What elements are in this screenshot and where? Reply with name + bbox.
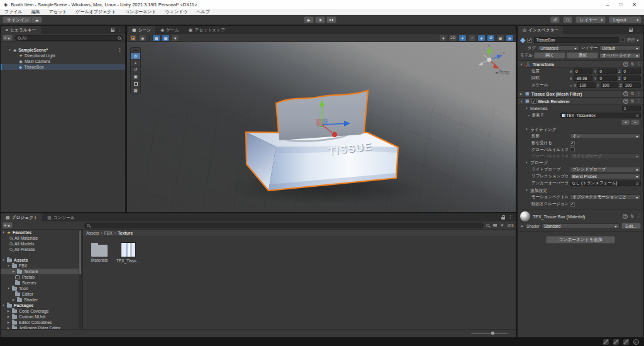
folder-prefab[interactable]: Prefab xyxy=(1,274,82,280)
drag-handle-icon[interactable]: = xyxy=(528,114,530,118)
panel-menu-icon[interactable]: ⋮ xyxy=(636,27,640,32)
motion-vectors-dropdown[interactable]: オブジェクトモーションごと xyxy=(570,194,641,200)
progress-ok-icon[interactable]: ✓ xyxy=(633,339,639,345)
object-name-field[interactable]: TissueBox xyxy=(534,37,619,43)
help-icon[interactable]: ? xyxy=(623,214,628,219)
shader-edit-button[interactable]: Edit... xyxy=(621,223,641,229)
folder-toon[interactable]: ▼Toon xyxy=(1,286,82,291)
snap-toggle-dropdown[interactable]: ∩ xyxy=(171,35,179,42)
reflection-probes-dropdown[interactable]: Blend Probes xyxy=(570,174,641,179)
foldout-open-icon[interactable]: ▼ xyxy=(8,48,11,52)
panel-menu-icon[interactable]: ⋮ xyxy=(508,215,513,220)
camera-settings-dropdown[interactable]: ▣ xyxy=(496,35,504,42)
position-y-field[interactable]: 0 xyxy=(597,69,616,74)
lock-icon[interactable] xyxy=(501,217,505,220)
search-by-label-icon[interactable] xyxy=(492,224,497,227)
cast-shadows-dropdown[interactable]: オン xyxy=(570,133,641,139)
rotation-y-field[interactable]: 0 xyxy=(597,75,616,81)
lock-icon[interactable] xyxy=(111,30,114,32)
minimize-button[interactable]: – xyxy=(606,2,609,8)
hierarchy-item-directional-light[interactable]: ☀ Directional Light xyxy=(1,53,125,59)
mute-messages-icon[interactable] xyxy=(603,339,609,345)
folder-editor[interactable]: Editor xyxy=(1,291,82,297)
object-picker-icon[interactable]: ⊙ xyxy=(636,113,639,118)
layers-dropdown[interactable]: レイヤー xyxy=(575,16,606,23)
foldout-open-icon[interactable]: ▼ xyxy=(520,100,523,103)
assets-root[interactable]: ▼Assets xyxy=(1,257,82,263)
lighting-foldout[interactable]: ▼ ライティング xyxy=(518,126,643,133)
global-search-button[interactable] xyxy=(563,16,572,23)
position-z-field[interactable]: 0 xyxy=(622,69,641,74)
menu-edit[interactable]: 編集 xyxy=(31,9,40,15)
position-x-field[interactable]: 0 xyxy=(574,69,592,74)
2d-toggle-button[interactable]: 2D xyxy=(448,35,457,42)
hierarchy-item-tissuebox[interactable]: ◆ TissueBox xyxy=(1,64,125,70)
sign-in-button[interactable]: サインイン xyxy=(3,16,33,23)
favorites-star-icon[interactable]: ★ xyxy=(500,223,504,228)
mesh-filter-header[interactable]: ▶ ▦ Tissue Box (Mesh Filter) ? ⇅ ⋮ xyxy=(518,90,643,98)
search-by-type-icon[interactable] xyxy=(486,224,489,227)
material-foldout-icon[interactable]: ▶ xyxy=(521,225,525,228)
favorite-all-models[interactable]: All Models xyxy=(1,241,82,247)
scale-y-field[interactable]: 100 xyxy=(601,82,618,88)
light-probes-dropdown[interactable]: ブレンドプローブ xyxy=(570,167,641,172)
rect-tool-button[interactable] xyxy=(131,80,140,87)
scene-viewport[interactable]: TISSUE TISSUE xyxy=(127,42,516,212)
context-menu-icon[interactable]: ⋮ xyxy=(637,62,641,67)
close-button[interactable]: ✕ xyxy=(632,2,636,8)
model-open-button[interactable]: 開く xyxy=(534,52,565,59)
material-header[interactable]: TEX_Tissue Box (Material) ? ⇅ ⋮ xyxy=(518,209,643,222)
context-menu-icon[interactable]: ⋮ xyxy=(636,214,641,219)
maximize-button[interactable]: □ xyxy=(619,2,622,8)
packages-root[interactable]: ▼Packages xyxy=(1,303,82,308)
gizmos-dropdown[interactable]: ◎ xyxy=(506,35,514,42)
help-icon[interactable]: ? xyxy=(623,91,628,96)
tab-inspector[interactable]: ◎ インスペクター xyxy=(518,26,563,34)
static-checkbox[interactable] xyxy=(621,38,625,42)
add-material-button[interactable]: + xyxy=(621,120,630,125)
scene-lighting-toggle[interactable]: ☀ xyxy=(458,35,467,42)
help-icon[interactable]: ? xyxy=(623,62,628,67)
scene-menu-icon[interactable]: ⋮ xyxy=(118,48,125,53)
mesh-renderer-header[interactable]: ▼ ▦ ✓ Mesh Renderer ? ⇅ ⋮ xyxy=(518,98,643,105)
menu-window[interactable]: ウィンドウ xyxy=(165,9,188,15)
tab-console[interactable]: ▥ コンソール xyxy=(43,213,79,221)
tissuebox-3d-object[interactable]: TISSUE TISSUE xyxy=(127,42,516,212)
menu-file[interactable]: ファイル xyxy=(4,9,23,15)
presets-icon[interactable]: ⇅ xyxy=(631,91,634,96)
hidden-packages-count[interactable]: Ø8 xyxy=(508,223,514,228)
presets-icon[interactable]: ⇅ xyxy=(630,214,634,219)
breadcrumb-assets[interactable]: Assets xyxy=(86,231,99,235)
snap-increment-dropdown[interactable]: ▦ xyxy=(162,35,170,42)
orientation-gizmo[interactable]: y z x xyxy=(472,43,507,72)
step-button[interactable]: ▶▮ xyxy=(326,16,336,23)
scrollbar-thumb[interactable] xyxy=(79,230,81,274)
rotation-z-field[interactable]: 0 xyxy=(622,75,641,81)
perspective-label[interactable]: ◀ Persp xyxy=(495,70,509,74)
scene-audio-toggle[interactable]: ♪ xyxy=(468,35,476,42)
context-menu-icon[interactable]: ⋮ xyxy=(637,91,641,96)
shading-mode-dropdown[interactable]: ◐ xyxy=(439,35,447,42)
constrain-proportions-icon[interactable]: ∞ xyxy=(570,84,572,87)
create-asset-button[interactable]: + xyxy=(3,222,13,228)
mesh-renderer-enabled-checkbox[interactable]: ✓ xyxy=(531,99,536,104)
undo-history-button[interactable]: ↺ xyxy=(550,16,560,23)
hierarchy-search-input[interactable]: All xyxy=(15,35,123,41)
hidden-objects-toggle[interactable]: Ø xyxy=(487,35,495,42)
create-object-button[interactable]: + xyxy=(3,35,13,41)
scale-tool-button[interactable]: ▣ xyxy=(131,73,140,80)
mute-warnings-icon[interactable] xyxy=(613,339,619,345)
effects-dropdown[interactable]: ★ xyxy=(477,35,486,42)
tab-game[interactable]: ◉ ゲーム xyxy=(156,26,184,34)
transform-header[interactable]: ▼ Transform ? ⇅ ⋮ xyxy=(518,60,643,68)
add-component-button[interactable]: コンポーネントを追加 xyxy=(546,236,615,243)
additional-settings-foldout[interactable]: ▼ 追加設定 xyxy=(518,187,643,194)
context-menu-icon[interactable]: ⋮ xyxy=(637,99,641,104)
tab-project[interactable]: ▤ プロジェクト xyxy=(1,213,42,221)
transform-tool-button[interactable]: ▦ xyxy=(131,87,140,94)
favorite-all-materials[interactable]: All Materials xyxy=(1,235,82,241)
favorite-all-prefabs[interactable]: All Prefabs xyxy=(1,247,82,252)
package-editor-coroutines[interactable]: ▶Editor Coroutines xyxy=(1,320,82,325)
play-button[interactable]: ▶ xyxy=(304,16,314,23)
breadcrumb-texture[interactable]: Texture xyxy=(118,231,133,235)
